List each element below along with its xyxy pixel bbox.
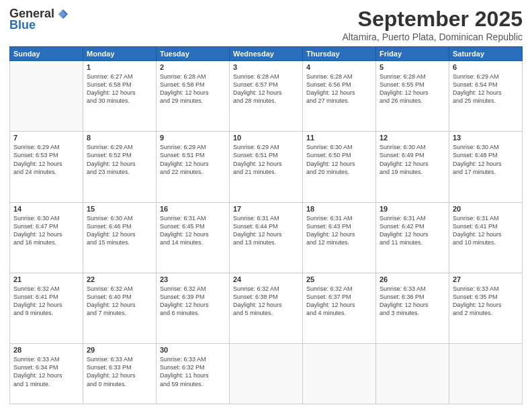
cell-content: Sunrise: 6:31 AM Sunset: 6:42 PM Dayligh… <box>380 214 445 247</box>
cell-content: Sunrise: 6:30 AM Sunset: 6:47 PM Dayligh… <box>13 214 79 247</box>
month-title: September 2025 <box>343 7 523 32</box>
weekday-header-thursday: Thursday <box>303 47 376 61</box>
cell-content: Sunrise: 6:33 AM Sunset: 6:36 PM Dayligh… <box>380 285 445 318</box>
cell-content: Sunrise: 6:31 AM Sunset: 6:41 PM Dayligh… <box>453 214 519 247</box>
page: General Blue September 2025 Altamira, Pu… <box>0 0 532 411</box>
weekday-header-row: SundayMondayTuesdayWednesdayThursdayFrid… <box>10 47 523 61</box>
day-number: 3 <box>233 63 299 71</box>
day-number: 14 <box>13 205 79 213</box>
calendar-cell: 12Sunrise: 6:30 AM Sunset: 6:49 PM Dayli… <box>376 132 449 202</box>
day-number: 24 <box>233 275 299 283</box>
calendar-cell <box>376 344 449 404</box>
weekday-header-monday: Monday <box>83 47 157 61</box>
day-number: 1 <box>87 63 152 71</box>
calendar-cell <box>303 344 376 404</box>
day-number: 10 <box>233 134 299 142</box>
calendar-cell: 8Sunrise: 6:29 AM Sunset: 6:52 PM Daylig… <box>83 132 157 202</box>
cell-content: Sunrise: 6:32 AM Sunset: 6:39 PM Dayligh… <box>160 285 226 318</box>
header: General Blue September 2025 Altamira, Pu… <box>9 7 523 42</box>
day-number: 4 <box>306 63 372 71</box>
day-number: 21 <box>13 275 79 283</box>
calendar-cell: 20Sunrise: 6:31 AM Sunset: 6:41 PM Dayli… <box>449 202 523 273</box>
cell-content: Sunrise: 6:33 AM Sunset: 6:35 PM Dayligh… <box>453 285 519 318</box>
day-number: 12 <box>380 134 445 142</box>
calendar-cell: 14Sunrise: 6:30 AM Sunset: 6:47 PM Dayli… <box>10 202 83 273</box>
day-number: 16 <box>160 205 226 213</box>
calendar-cell: 11Sunrise: 6:30 AM Sunset: 6:50 PM Dayli… <box>303 132 376 202</box>
calendar-cell: 23Sunrise: 6:32 AM Sunset: 6:39 PM Dayli… <box>157 273 230 343</box>
calendar-cell: 17Sunrise: 6:31 AM Sunset: 6:44 PM Dayli… <box>230 202 303 273</box>
day-number: 27 <box>453 275 519 283</box>
calendar-cell: 1Sunrise: 6:27 AM Sunset: 6:58 PM Daylig… <box>83 61 157 132</box>
cell-content: Sunrise: 6:33 AM Sunset: 6:34 PM Dayligh… <box>13 355 79 388</box>
day-number: 19 <box>380 205 445 213</box>
cell-content: Sunrise: 6:29 AM Sunset: 6:54 PM Dayligh… <box>453 73 519 105</box>
calendar-cell: 15Sunrise: 6:30 AM Sunset: 6:46 PM Dayli… <box>83 202 157 273</box>
weekday-header-tuesday: Tuesday <box>157 47 230 61</box>
calendar-cell: 13Sunrise: 6:30 AM Sunset: 6:48 PM Dayli… <box>449 132 523 202</box>
cell-content: Sunrise: 6:29 AM Sunset: 6:52 PM Dayligh… <box>87 143 152 176</box>
calendar-cell: 19Sunrise: 6:31 AM Sunset: 6:42 PM Dayli… <box>376 202 449 273</box>
calendar-table: SundayMondayTuesdayWednesdayThursdayFrid… <box>9 46 523 404</box>
calendar-cell: 3Sunrise: 6:28 AM Sunset: 6:57 PM Daylig… <box>230 61 303 132</box>
calendar-cell: 27Sunrise: 6:33 AM Sunset: 6:35 PM Dayli… <box>449 273 523 343</box>
calendar-cell: 16Sunrise: 6:31 AM Sunset: 6:45 PM Dayli… <box>157 202 230 273</box>
cell-content: Sunrise: 6:29 AM Sunset: 6:53 PM Dayligh… <box>13 143 79 176</box>
day-number: 7 <box>13 134 79 142</box>
calendar-cell: 28Sunrise: 6:33 AM Sunset: 6:34 PM Dayli… <box>10 344 83 404</box>
logo-icon <box>57 8 69 20</box>
cell-content: Sunrise: 6:32 AM Sunset: 6:38 PM Dayligh… <box>233 285 299 318</box>
calendar-cell <box>10 61 83 132</box>
calendar-cell: 26Sunrise: 6:33 AM Sunset: 6:36 PM Dayli… <box>376 273 449 343</box>
cell-content: Sunrise: 6:33 AM Sunset: 6:32 PM Dayligh… <box>160 355 226 388</box>
day-number: 26 <box>380 275 445 283</box>
day-number: 29 <box>87 346 152 354</box>
weekday-header-wednesday: Wednesday <box>230 47 303 61</box>
logo: General Blue <box>9 7 69 32</box>
cell-content: Sunrise: 6:28 AM Sunset: 6:58 PM Dayligh… <box>160 73 226 105</box>
calendar-cell: 6Sunrise: 6:29 AM Sunset: 6:54 PM Daylig… <box>449 61 523 132</box>
day-number: 11 <box>306 134 372 142</box>
cell-content: Sunrise: 6:28 AM Sunset: 6:55 PM Dayligh… <box>380 73 445 105</box>
title-block: September 2025 Altamira, Puerto Plata, D… <box>343 7 523 42</box>
day-number: 28 <box>13 346 79 354</box>
calendar-cell: 30Sunrise: 6:33 AM Sunset: 6:32 PM Dayli… <box>157 344 230 404</box>
cell-content: Sunrise: 6:30 AM Sunset: 6:46 PM Dayligh… <box>87 214 152 247</box>
day-number: 25 <box>306 275 372 283</box>
calendar-cell <box>230 344 303 404</box>
calendar-cell: 29Sunrise: 6:33 AM Sunset: 6:33 PM Dayli… <box>83 344 157 404</box>
cell-content: Sunrise: 6:28 AM Sunset: 6:56 PM Dayligh… <box>306 73 372 105</box>
day-number: 13 <box>453 134 519 142</box>
day-number: 9 <box>160 134 226 142</box>
weekday-header-friday: Friday <box>376 47 449 61</box>
calendar-cell <box>449 344 523 404</box>
cell-content: Sunrise: 6:32 AM Sunset: 6:40 PM Dayligh… <box>87 285 152 318</box>
cell-content: Sunrise: 6:32 AM Sunset: 6:37 PM Dayligh… <box>306 285 372 318</box>
week-row-2: 14Sunrise: 6:30 AM Sunset: 6:47 PM Dayli… <box>10 202 523 273</box>
calendar-cell: 10Sunrise: 6:29 AM Sunset: 6:51 PM Dayli… <box>230 132 303 202</box>
subtitle: Altamira, Puerto Plata, Dominican Republ… <box>343 32 523 42</box>
cell-content: Sunrise: 6:27 AM Sunset: 6:58 PM Dayligh… <box>87 73 152 105</box>
weekday-header-sunday: Sunday <box>10 47 83 61</box>
logo-blue: Blue <box>9 18 36 32</box>
calendar-cell: 5Sunrise: 6:28 AM Sunset: 6:55 PM Daylig… <box>376 61 449 132</box>
cell-content: Sunrise: 6:30 AM Sunset: 6:48 PM Dayligh… <box>453 143 519 176</box>
week-row-0: 1Sunrise: 6:27 AM Sunset: 6:58 PM Daylig… <box>10 61 523 132</box>
day-number: 18 <box>306 205 372 213</box>
cell-content: Sunrise: 6:28 AM Sunset: 6:57 PM Dayligh… <box>233 73 299 105</box>
day-number: 30 <box>160 346 226 354</box>
weekday-header-saturday: Saturday <box>449 47 523 61</box>
day-number: 5 <box>380 63 445 71</box>
cell-content: Sunrise: 6:31 AM Sunset: 6:43 PM Dayligh… <box>306 214 372 247</box>
calendar-cell: 2Sunrise: 6:28 AM Sunset: 6:58 PM Daylig… <box>157 61 230 132</box>
cell-content: Sunrise: 6:33 AM Sunset: 6:33 PM Dayligh… <box>87 355 152 388</box>
day-number: 15 <box>87 205 152 213</box>
week-row-1: 7Sunrise: 6:29 AM Sunset: 6:53 PM Daylig… <box>10 132 523 202</box>
calendar-cell: 21Sunrise: 6:32 AM Sunset: 6:41 PM Dayli… <box>10 273 83 343</box>
day-number: 8 <box>87 134 152 142</box>
cell-content: Sunrise: 6:29 AM Sunset: 6:51 PM Dayligh… <box>160 143 226 176</box>
calendar-cell: 24Sunrise: 6:32 AM Sunset: 6:38 PM Dayli… <box>230 273 303 343</box>
cell-content: Sunrise: 6:29 AM Sunset: 6:51 PM Dayligh… <box>233 143 299 176</box>
calendar-cell: 7Sunrise: 6:29 AM Sunset: 6:53 PM Daylig… <box>10 132 83 202</box>
day-number: 6 <box>453 63 519 71</box>
